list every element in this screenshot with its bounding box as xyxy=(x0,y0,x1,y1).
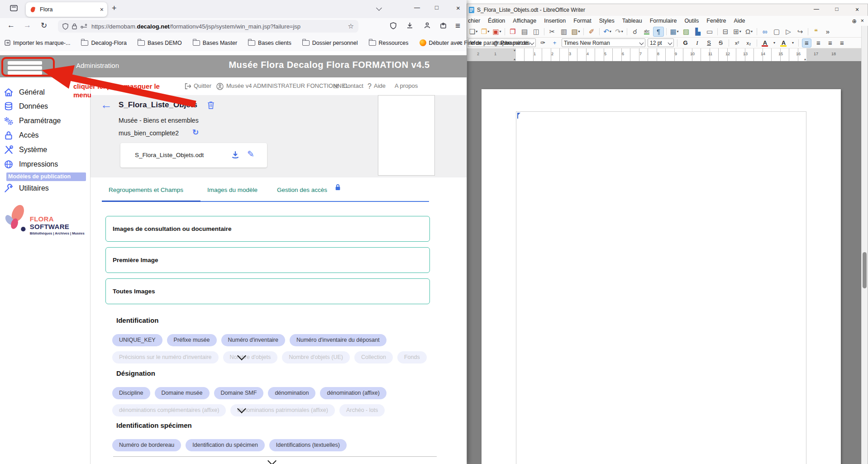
subscript-button[interactable]: x₂ xyxy=(744,38,754,48)
browser-tab[interactable]: Flora × xyxy=(26,2,107,17)
hyperlink-icon[interactable]: ∞▾ xyxy=(759,27,770,37)
highlight-color-button[interactable]: A xyxy=(779,38,788,48)
align-center-button[interactable]: ≡ xyxy=(814,38,823,48)
account-icon[interactable] xyxy=(424,22,431,29)
close-document-icon[interactable]: × xyxy=(861,18,864,24)
menu-item[interactable]: Formulaire xyxy=(650,18,677,24)
superscript-button[interactable]: x² xyxy=(732,38,742,48)
menu-item[interactable]: Édition xyxy=(488,18,505,24)
back-arrow-icon[interactable]: ← xyxy=(100,98,112,112)
bookmark-folder[interactable]: Ressources xyxy=(369,40,409,46)
document-page[interactable] xyxy=(482,89,841,464)
field-chip[interactable]: Identifications (textuelles) xyxy=(269,439,347,451)
sidebar-item-parametrage[interactable]: Paramétrage xyxy=(4,115,61,127)
menu-item[interactable]: Tableau xyxy=(622,18,642,24)
clone-formatting-icon[interactable]: ✐▾ xyxy=(586,27,597,37)
align-justify-button[interactable]: ≡ xyxy=(837,38,847,48)
field-chip[interactable]: Préfixe musée xyxy=(167,334,217,346)
open-icon[interactable]: ❐▾ xyxy=(480,27,491,37)
highlight-dropdown[interactable]: ▾ xyxy=(791,38,795,48)
indent-marker[interactable]: ▴ xyxy=(804,57,806,61)
overflow-icon[interactable]: »▾ xyxy=(822,27,833,37)
bold-button[interactable]: G xyxy=(681,38,690,48)
copy-icon[interactable]: ▥▾ xyxy=(558,27,569,37)
export-pdf-icon[interactable]: ❒▾ xyxy=(507,27,518,37)
refresh-icon[interactable]: ↻ xyxy=(192,128,199,137)
field-chip-disabled[interactable]: Collection xyxy=(354,351,393,364)
bookmarks-overflow-icon[interactable]: » xyxy=(458,38,462,46)
back-button[interactable]: ← xyxy=(7,21,15,30)
menu-item[interactable]: Insertion xyxy=(544,18,566,24)
tab-close-icon[interactable]: × xyxy=(100,6,104,13)
cut-icon[interactable]: ✂▾ xyxy=(547,27,558,37)
window-maximize-button[interactable]: □ xyxy=(435,4,439,11)
reload-button[interactable]: ↻ xyxy=(41,21,47,30)
bookmark-folder[interactable]: Bases DEMO xyxy=(138,40,182,46)
bookmark-settings[interactable]: ⚙Paramètres xyxy=(492,39,530,47)
find-replace-icon[interactable]: ☌▾ xyxy=(630,27,640,37)
menu-item[interactable]: Format xyxy=(573,18,591,24)
about-link[interactable]: A propos xyxy=(395,82,418,89)
field-chip[interactable]: Identification du spécimen xyxy=(186,439,265,451)
writer-minimize-button[interactable]: — xyxy=(807,6,825,12)
writer-title-bar[interactable]: S_Flora_Liste_Objets.odt - LibreOffice W… xyxy=(467,4,868,16)
protections-badge-icon[interactable] xyxy=(390,22,396,29)
save-icon[interactable]: ▣▾ xyxy=(491,27,502,37)
print-preview-icon[interactable]: ◫▾ xyxy=(531,27,542,37)
undo-icon[interactable]: ↶▾ xyxy=(602,27,613,37)
bookmark-folder[interactable]: Bases Master xyxy=(193,40,237,46)
menu-item[interactable]: Fenêtre xyxy=(706,18,726,24)
new-tab-button[interactable]: + xyxy=(112,4,117,13)
update-style-icon[interactable]: ✑ xyxy=(538,38,548,48)
tab-list-chevron-icon[interactable] xyxy=(376,5,382,11)
sidebar-item-impressions[interactable]: Impressions xyxy=(4,158,58,171)
menu-item[interactable]: Aide xyxy=(734,18,745,24)
contact-link[interactable]: Contact xyxy=(343,82,363,89)
bookmark-folder[interactable]: Bases clients xyxy=(248,40,291,46)
quit-icon[interactable] xyxy=(184,83,191,90)
underline-button[interactable]: S xyxy=(704,38,714,48)
paste-icon[interactable]: ▧▾ xyxy=(570,27,581,37)
print-icon[interactable]: ▤▾ xyxy=(519,27,530,37)
font-name-combo[interactable]: Times New Roman xyxy=(562,38,645,47)
language-globe-icon[interactable]: ⊕ xyxy=(852,18,857,24)
field-chip[interactable]: Numéro d'inventaire du déposant xyxy=(290,334,386,346)
scroll-more-chevron-icon[interactable] xyxy=(267,456,277,464)
downloads-icon[interactable] xyxy=(406,22,413,29)
tracking-shield-icon[interactable] xyxy=(62,23,68,30)
field-chip[interactable]: Domaine musée xyxy=(155,387,210,399)
field-chip[interactable]: Numéro d'inventaire xyxy=(221,334,285,346)
sidebar-item-utilitaires[interactable]: Utilitaires xyxy=(4,182,49,195)
special-character-icon[interactable]: Ω▾ xyxy=(744,27,754,37)
new-document-icon[interactable]: ❏▾ xyxy=(468,27,479,37)
header-footer-icon[interactable]: ⊞▾ xyxy=(732,27,743,37)
sidebar-item-modeles-publication[interactable]: Modèles de publication xyxy=(6,172,86,181)
document-area[interactable] xyxy=(467,61,868,464)
trash-icon[interactable] xyxy=(207,101,215,109)
help-link[interactable]: Aide xyxy=(374,82,386,89)
sidebar-item-general[interactable]: Général xyxy=(4,86,45,99)
indent-marker[interactable]: ▾ xyxy=(514,48,515,53)
tab-images-modele[interactable]: Images du modèle xyxy=(207,187,258,193)
bookmark-folder[interactable]: Dossier personnel xyxy=(302,40,358,46)
section-toutes-images[interactable]: Toutes Images xyxy=(105,278,430,304)
page-break-icon[interactable]: ⊟▾ xyxy=(720,27,731,37)
image-icon[interactable]: ▨▾ xyxy=(681,27,692,37)
window-minimize-button[interactable]: — xyxy=(414,4,420,11)
bookmark-star-icon[interactable]: ☆ xyxy=(348,22,354,30)
spelling-icon[interactable]: abc▾ xyxy=(641,27,652,37)
field-chip[interactable]: Numéro de bordereau xyxy=(112,439,181,451)
bookmark-icon[interactable]: ▷▾ xyxy=(783,27,794,37)
menu-item[interactable]: Affichage xyxy=(513,18,536,24)
vertical-scrollbar[interactable] xyxy=(861,26,868,464)
scrollbar-thumb[interactable] xyxy=(863,252,867,288)
strikethrough-button[interactable]: S xyxy=(716,38,725,48)
font-size-combo[interactable]: 12 pt xyxy=(648,38,674,47)
bookmark-import[interactable]: Importer les marque-... xyxy=(5,40,70,46)
field-chip[interactable]: dénomination xyxy=(268,387,315,399)
field-chip-disabled[interactable]: Nombre d'objets xyxy=(223,351,278,364)
sidebar-item-systeme[interactable]: Système xyxy=(4,144,47,156)
permissions-icon[interactable] xyxy=(81,24,88,29)
redo-icon[interactable]: ↷▾ xyxy=(614,27,625,37)
new-style-icon[interactable]: + xyxy=(550,38,559,48)
